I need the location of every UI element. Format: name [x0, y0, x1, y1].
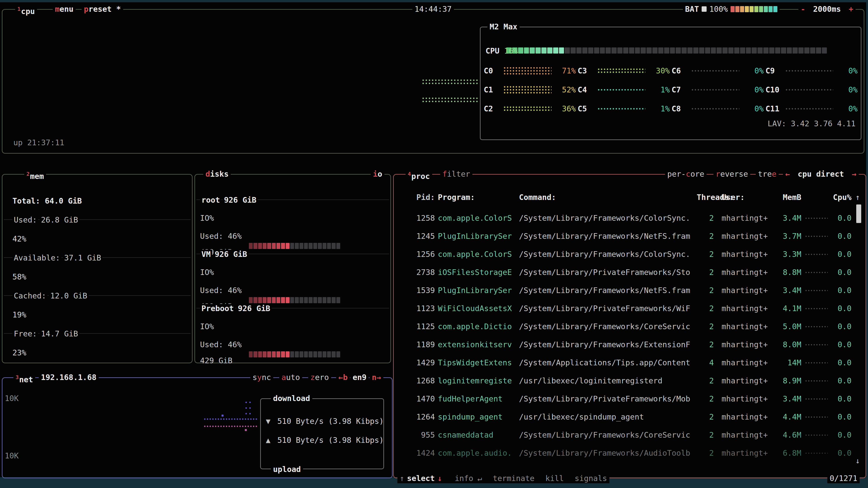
sort-left-arrow[interactable]: ←: [785, 169, 790, 178]
scroll-down-icon[interactable]: ↓: [855, 456, 860, 466]
refresh-rate-control: - 2000ms +: [798, 4, 856, 14]
process-row[interactable]: 1258com.apple.ColorS/System/Library/Fram…: [394, 213, 866, 223]
terminate-button[interactable]: terminate: [493, 473, 534, 483]
core-usage-c8: C80%: [672, 99, 764, 118]
disk-io-row: IO%: [200, 267, 383, 277]
clock: 14:44:37: [412, 4, 454, 14]
proc-option-tree[interactable]: tree: [756, 169, 779, 179]
core-grid: C071%C152%C236%C330%C41%C51%C60%C70%C80%…: [482, 61, 860, 120]
core-graph: [597, 88, 646, 91]
download-arrow-icon: ▼: [266, 417, 270, 426]
cpu-usage-graph: [422, 97, 478, 103]
kill-button[interactable]: kill: [545, 473, 564, 483]
core-usage-c1: C152%: [484, 80, 576, 99]
disk-name-row: Preboot926 GiB: [200, 303, 383, 313]
load-average: LAV: 3.42 3.76 4.11: [768, 119, 856, 129]
core-graph: [785, 69, 833, 72]
mem-stat-meter: 23%: [12, 348, 186, 358]
net-option-sync[interactable]: sync: [250, 372, 273, 382]
mem-stat-row: Available:37.1 GiB: [12, 253, 186, 263]
mem-stat-meter: 42%: [12, 234, 186, 244]
net-prev-iface-button[interactable]: ←b: [336, 372, 350, 382]
tab-cpu[interactable]: 1cpu: [15, 4, 37, 16]
enter-icon: ↵: [477, 473, 482, 483]
core-graph: [597, 68, 646, 74]
core-graph: [597, 107, 646, 110]
process-row[interactable]: 1539PlugInLibrarySer/System/Library/Fram…: [394, 285, 866, 295]
cpu-usage-graph: [422, 78, 478, 85]
preset-button[interactable]: preset *: [82, 4, 123, 14]
download-graph: [221, 415, 223, 417]
disk-used-row: Used: 46%429 GiB: [200, 231, 383, 241]
mem-stat-meter: 58%: [12, 272, 186, 282]
proc-footer: ↑ select ↓ info ↵ terminate kill signals: [397, 473, 610, 483]
net-option-auto[interactable]: auto: [279, 372, 302, 382]
core-usage-c5: C51%: [578, 99, 670, 118]
tab-net[interactable]: 3net: [13, 372, 35, 385]
process-list: 1258com.apple.ColorS/System/Library/Fram…: [394, 175, 866, 478]
tab-proc[interactable]: 4proc: [405, 169, 432, 181]
uptime: up 21:37:11: [13, 138, 64, 148]
process-row[interactable]: 1424com.apple.audio./System/Library/Fram…: [394, 448, 866, 458]
core-usage-c4: C41%: [578, 80, 670, 99]
net-next-iface-button[interactable]: n→: [370, 372, 383, 382]
proc-sort-nav: ← cpu direct →: [783, 169, 859, 179]
filter-button[interactable]: filter: [440, 169, 472, 179]
process-row[interactable]: 2738iOSFilesStorageE/System/Library/Priv…: [394, 267, 866, 277]
core-usage-c6: C60%: [672, 61, 764, 80]
battery-icon: [702, 6, 707, 12]
tab-disks[interactable]: disks: [203, 169, 231, 179]
upload-box-title: upload: [271, 464, 303, 474]
signals-button[interactable]: signals: [575, 473, 607, 483]
disk-name-row: root926 GiB: [200, 195, 383, 205]
menu-button[interactable]: menu: [53, 4, 76, 14]
disk-io-row: IO%: [200, 213, 383, 223]
process-row[interactable]: 1123WiFiCloudAssetsX/System/Library/Priv…: [394, 303, 866, 313]
process-row[interactable]: 1470fudHelperAgent/System/Library/Privat…: [394, 394, 866, 404]
proc-option-per-core[interactable]: per-core: [665, 169, 707, 179]
net-option-zero[interactable]: zero: [308, 372, 331, 382]
cpu-meter-label: CPU: [486, 46, 499, 55]
disk-entries: root926 GiBIO%Used: 46%429 GiBVM926 GiBI…: [195, 175, 391, 363]
battery-meter: [731, 6, 777, 12]
process-row[interactable]: 1256com.apple.ColorS/System/Library/Fram…: [394, 249, 866, 259]
tab-io[interactable]: io: [371, 169, 384, 179]
cpu-box: 1cpu menu preset * 14:44:37 BAT 100% - 2…: [2, 9, 864, 154]
core-graph: [503, 106, 552, 111]
process-row[interactable]: 1264spindump_agent/usr/libexec/spindump_…: [394, 412, 866, 422]
select-up-icon[interactable]: ↑: [400, 473, 404, 483]
core-graph: [785, 88, 833, 91]
proc-count: 0/1271: [827, 473, 860, 483]
proc-option-reverse[interactable]: reverse: [713, 169, 750, 179]
refresh-minus-button[interactable]: -: [801, 4, 805, 13]
download-box-title: download: [271, 393, 312, 403]
mem-box: 2mem Total: 64.0 GiB Used:26.8 GiB42%Ava…: [2, 174, 193, 363]
proc-scrollbar-thumb[interactable]: [856, 204, 861, 223]
cpu-total-meter-row: CPU 16%: [486, 46, 857, 56]
proc-box: 4proc filter ← cpu direct → Pid: Program…: [393, 174, 866, 478]
upload-speed: ▲ 510 Byte/s (3.98 Kibps): [266, 435, 384, 445]
process-row[interactable]: 955csnameddatad/System/Library/Framework…: [394, 430, 866, 440]
core-usage-c11: C110%: [766, 99, 858, 118]
tab-mem[interactable]: 2mem: [24, 169, 46, 181]
process-row[interactable]: 1268loginitemregiste/usr/libexec/loginit…: [394, 376, 866, 386]
upload-graph: [204, 425, 258, 428]
terminal-screen: 1cpu menu preset * 14:44:37 BAT 100% - 2…: [0, 2, 866, 477]
disk-used-row: Used: 46%429 GiB: [200, 285, 383, 295]
select-down-icon[interactable]: ↓: [437, 473, 442, 483]
net-iface-name: en9: [350, 372, 369, 382]
process-row[interactable]: 1125com.apple.Dictio/System/Library/Fram…: [394, 322, 866, 331]
sort-right-arrow[interactable]: →: [852, 169, 856, 178]
core-usage-c10: C100%: [766, 80, 858, 99]
mem-stat-row: Free:14.7 GiB: [12, 329, 186, 339]
select-button[interactable]: select: [407, 473, 435, 483]
core-usage-c2: C236%: [484, 99, 576, 118]
process-row[interactable]: 1429TipsWidgetExtens/System/Applications…: [394, 358, 866, 367]
process-row[interactable]: 1189extensionkitserv/System/Library/Fram…: [394, 339, 866, 350]
core-graph: [503, 86, 552, 94]
info-button[interactable]: info: [455, 473, 473, 483]
process-row[interactable]: 1245PlugInLibrarySer/System/Library/Fram…: [394, 231, 866, 241]
refresh-plus-button[interactable]: +: [849, 4, 853, 13]
disk-name-row: VM926 GiB: [200, 249, 383, 259]
upload-graph: [245, 429, 247, 431]
